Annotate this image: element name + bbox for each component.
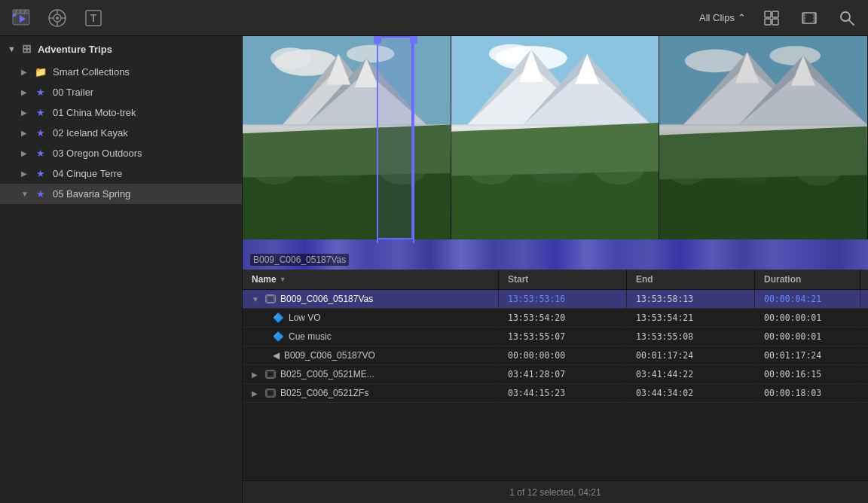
text-icon[interactable]: T	[81, 6, 105, 30]
svg-marker-59	[451, 123, 659, 175]
sidebar-item-trailer[interactable]: ▶ ★ 00 Trailer	[0, 82, 242, 102]
table-header: Name ▼ Start End Duration	[243, 270, 868, 290]
sidebar-item-iceland[interactable]: ▶ ★ 02 Iceland Kayak	[0, 123, 242, 143]
sidebar-item-label: 05 Bavaria Spring	[53, 188, 130, 200]
table-row[interactable]: ◀ B009_C006_05187VO 00:00:00:00 00:01:17…	[243, 346, 868, 365]
td-name: ▶ B025_C006_0521ZFs	[243, 384, 499, 402]
marker-icon: 🔷	[273, 312, 284, 323]
th-duration[interactable]: Duration	[755, 270, 860, 289]
sidebar-item-bavaria[interactable]: ▼ ★ 05 Bavaria Spring	[0, 184, 242, 204]
svg-rect-18	[765, 19, 771, 25]
svg-rect-25	[804, 20, 805, 22]
film-strip-icon[interactable]	[797, 6, 821, 30]
right-panel: B009_C006_05187Vas Name ▼ Start End Dura…	[243, 36, 868, 503]
expand-arrow: ▶	[21, 169, 29, 178]
playhead-1	[377, 36, 378, 243]
svg-rect-75	[266, 295, 267, 303]
star-icon: ★	[35, 127, 47, 139]
td-name: ◀ B009_C006_05187VO	[243, 346, 499, 364]
sidebar-item-label: 03 Oregon Outdoors	[53, 148, 142, 159]
video-clip-icon	[265, 369, 276, 380]
svg-rect-23	[804, 14, 805, 16]
td-duration: 00:00:16:15	[755, 365, 860, 383]
clapper-icon[interactable]	[9, 6, 33, 30]
svg-rect-86	[274, 389, 275, 397]
sidebar-item-label: Smart Collections	[53, 66, 130, 78]
mountain-scene-1	[243, 36, 451, 239]
search-icon[interactable]	[835, 6, 859, 30]
toolbar: T All Clips ⌃	[0, 0, 868, 36]
td-name: 🔷 Low VO	[243, 309, 499, 327]
table-row[interactable]: ▶ B025_C006_0521ZFs 03:44:15:23	[243, 384, 868, 403]
td-start: 13:53:53:16	[499, 290, 627, 308]
svg-rect-28	[813, 20, 815, 22]
th-end[interactable]: End	[627, 270, 755, 289]
td-end: 03:44:34:02	[627, 384, 755, 402]
td-start: 03:44:15:23	[499, 384, 627, 402]
td-end: 13:53:58:13	[627, 290, 755, 308]
expand-arrow: ▶	[21, 108, 29, 117]
td-end: 03:41:44:22	[627, 365, 755, 383]
filmstrip-images	[243, 36, 868, 239]
status-label: 1 of 12 selected, 04:21	[509, 487, 601, 498]
grid-icon: ⊞	[22, 42, 32, 56]
td-start: 00:00:00:00	[499, 346, 627, 364]
sidebar-title: Adventure Trips	[38, 44, 112, 55]
td-duration: 00:00:00:01	[755, 309, 860, 327]
svg-rect-24	[804, 17, 805, 19]
mountain-scene-3	[659, 36, 867, 239]
star-icon: ★	[35, 107, 47, 118]
mountain-scene-2	[451, 36, 659, 239]
table-body: ▼ B009_C006_05187Vas 13:53:53:16	[243, 290, 868, 480]
td-start: 13:53:55:07	[499, 328, 627, 346]
svg-point-29	[841, 12, 850, 21]
td-start: 03:41:28:07	[499, 365, 627, 383]
star-icon: ★	[35, 188, 47, 200]
table-row[interactable]: 🔷 Low VO 13:53:54:20 13:53:54:21 00:00:0…	[243, 309, 868, 328]
table-row[interactable]: 🔷 Cue music 13:53:55:07 13:53:55:08 00:0…	[243, 328, 868, 346]
sidebar-header[interactable]: ▼ ⊞ Adventure Trips	[0, 36, 242, 62]
sidebar-item-oregon[interactable]: ▶ ★ 03 Oregon Outdoors	[0, 143, 242, 163]
grid-view-icon[interactable]	[760, 6, 784, 30]
svg-rect-81	[274, 370, 275, 378]
table-row[interactable]: ▶ B025_C005_0521ME... 03:41:28:07	[243, 365, 868, 384]
sidebar-item-smart-collections[interactable]: ▶ 📁 Smart Collections	[0, 62, 242, 82]
status-bar: 1 of 12 selected, 04:21	[243, 480, 868, 503]
svg-point-33	[270, 47, 310, 69]
star-icon: ★	[35, 148, 47, 159]
th-start[interactable]: Start	[499, 270, 627, 289]
row-expand-arrow[interactable]: ▼	[252, 295, 261, 303]
table-area: Name ▼ Start End Duration	[243, 270, 868, 503]
svg-marker-73	[659, 127, 867, 179]
row-expand-arrow[interactable]: ▶	[252, 370, 261, 379]
video-clip-icon	[265, 388, 276, 398]
td-duration: 00:00:18:03	[755, 384, 860, 402]
star-icon: ★	[35, 87, 47, 98]
sidebar-item-china[interactable]: ▶ ★ 01 China Moto-trek	[0, 102, 242, 123]
svg-rect-27	[813, 17, 815, 19]
td-end: 13:53:55:08	[627, 328, 755, 346]
sidebar-item-label: 01 China Moto-trek	[53, 107, 136, 118]
svg-rect-19	[772, 19, 778, 25]
td-name: 🔷 Cue music	[243, 328, 499, 346]
expand-arrow: ▶	[21, 129, 29, 137]
sidebar: ▼ ⊞ Adventure Trips ▶ 📁 Smart Collection…	[0, 36, 243, 503]
audio-icon: ◀	[273, 350, 280, 361]
svg-marker-45	[243, 124, 451, 177]
row-expand-arrow[interactable]: ▶	[252, 389, 261, 398]
expand-arrow: ▼	[21, 190, 29, 198]
td-end: 00:01:17:24	[627, 346, 755, 364]
sidebar-item-label: 04 Cinque Terre	[53, 168, 122, 179]
video-clip-icon	[265, 294, 276, 304]
td-duration: 00:00:00:01	[755, 328, 860, 346]
svg-rect-26	[813, 14, 815, 16]
music-icon[interactable]	[45, 6, 69, 30]
svg-rect-17	[772, 11, 778, 17]
table-row[interactable]: ▼ B009_C006_05187Vas 13:53:53:16	[243, 290, 868, 309]
svg-rect-16	[765, 11, 771, 17]
svg-point-9	[56, 17, 59, 20]
th-name[interactable]: Name ▼	[243, 270, 499, 289]
sidebar-item-cinque[interactable]: ▶ ★ 04 Cinque Terre	[0, 163, 242, 184]
sidebar-expand-arrow[interactable]: ▼	[8, 44, 16, 53]
all-clips-button[interactable]: All Clips ⌃	[699, 12, 746, 23]
